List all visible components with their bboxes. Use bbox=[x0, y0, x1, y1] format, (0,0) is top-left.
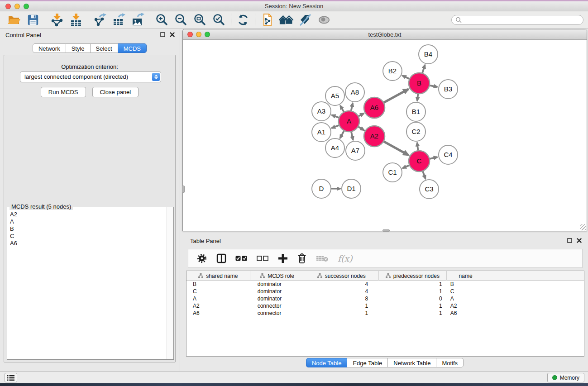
result-scrollbar[interactable] bbox=[167, 207, 173, 359]
float-panel-icon[interactable] bbox=[160, 32, 165, 37]
graph-node-C2[interactable]: C2 bbox=[406, 122, 425, 141]
table-cell[interactable]: C bbox=[447, 288, 485, 295]
network-zoom-button[interactable] bbox=[205, 32, 210, 37]
export-network-icon[interactable] bbox=[91, 12, 110, 28]
close-panel-icon[interactable] bbox=[170, 32, 175, 37]
run-mcds-button[interactable]: Run MCDS bbox=[41, 87, 86, 97]
export-image-icon[interactable] bbox=[129, 12, 148, 28]
table-cell[interactable]: 1 bbox=[304, 302, 379, 310]
table-cell[interactable]: 1 bbox=[379, 281, 447, 288]
table-cell[interactable]: 1 bbox=[379, 288, 447, 295]
panel-divider[interactable] bbox=[180, 29, 180, 372]
show-graphics-details-icon[interactable] bbox=[315, 12, 334, 28]
graph-node-B3[interactable]: B3 bbox=[439, 80, 458, 99]
table-cell[interactable]: B bbox=[186, 281, 250, 288]
table-cell[interactable] bbox=[485, 295, 584, 302]
task-history-button[interactable] bbox=[5, 373, 17, 382]
search-input[interactable] bbox=[451, 15, 583, 25]
graph-node-A7[interactable]: A7 bbox=[346, 141, 365, 160]
resize-grip[interactable] bbox=[580, 224, 586, 230]
table-cell[interactable]: 4 bbox=[304, 281, 379, 288]
graph-edge-A-A5[interactable] bbox=[340, 105, 344, 112]
graph-node-D[interactable]: D bbox=[312, 179, 331, 198]
graph-node-B1[interactable]: B1 bbox=[406, 102, 425, 121]
graph-node-B[interactable]: B bbox=[409, 73, 430, 94]
graph-edge-A-A6[interactable] bbox=[358, 113, 363, 116]
vertical-scroll-nub[interactable] bbox=[182, 186, 185, 193]
table-cell[interactable]: A2 bbox=[186, 302, 250, 310]
graph-node-A3[interactable]: A3 bbox=[312, 102, 331, 121]
table-cell[interactable]: 1 bbox=[379, 310, 447, 317]
column-header-name[interactable]: name bbox=[447, 271, 485, 281]
table-cell[interactable]: 4 bbox=[304, 288, 379, 295]
export-table-icon[interactable] bbox=[110, 12, 129, 28]
hide-labels-icon[interactable] bbox=[296, 12, 315, 28]
tab-motifs[interactable]: Motifs bbox=[436, 358, 464, 367]
table-row[interactable]: Bdominator41B bbox=[186, 281, 584, 288]
minimize-window-button[interactable] bbox=[14, 4, 20, 9]
table-cell[interactable]: B bbox=[447, 281, 485, 288]
graph-node-D1[interactable]: D1 bbox=[342, 179, 361, 198]
network-titlebar[interactable]: testGlobe.txt bbox=[183, 29, 587, 40]
result-list-item[interactable]: A bbox=[10, 218, 167, 225]
table-cell[interactable] bbox=[485, 302, 584, 310]
graph-edge-A-A1[interactable] bbox=[332, 125, 339, 128]
table-cell[interactable] bbox=[485, 288, 584, 295]
graph-edge-B-B4[interactable] bbox=[422, 65, 425, 73]
table-cell[interactable]: 8 bbox=[304, 295, 379, 302]
column-settings-icon[interactable] bbox=[196, 253, 207, 264]
import-table-icon[interactable] bbox=[67, 12, 86, 28]
result-list-item[interactable]: A6 bbox=[10, 240, 167, 247]
graph-edge-C-C3[interactable] bbox=[423, 171, 425, 179]
zoom-window-button[interactable] bbox=[24, 4, 29, 9]
tab-mcds[interactable]: MCDS bbox=[118, 43, 147, 53]
delete-columns-icon[interactable] bbox=[297, 253, 307, 264]
graph-node-C3[interactable]: C3 bbox=[420, 180, 439, 199]
table-cell[interactable] bbox=[485, 281, 584, 288]
table-cell[interactable]: dominator bbox=[250, 281, 305, 288]
graph-node-A5[interactable]: A5 bbox=[325, 86, 344, 105]
delete-table-icon[interactable] bbox=[316, 254, 329, 262]
add-column-icon[interactable] bbox=[278, 253, 288, 263]
graph-edge-A-A7[interactable] bbox=[351, 131, 353, 140]
table-cell[interactable]: dominator bbox=[250, 288, 305, 295]
column-header-successor-nodes[interactable]: successor nodes bbox=[304, 271, 379, 281]
table-row[interactable]: A6connector11A6 bbox=[186, 310, 584, 317]
graph-edge-A-A4[interactable] bbox=[340, 130, 344, 138]
new-network-from-selection-icon[interactable] bbox=[258, 12, 277, 28]
network-view-window[interactable]: testGlobe.txt B4B2BB3A8A5A6A3B1AA1C2A2A4… bbox=[182, 29, 587, 231]
graph-edge-A-A2[interactable] bbox=[358, 127, 364, 130]
tab-node-table[interactable]: Node Table bbox=[306, 358, 348, 367]
result-list-item[interactable]: C bbox=[10, 233, 167, 240]
toggle-panel-icon[interactable] bbox=[216, 253, 226, 263]
result-list-item[interactable]: A2 bbox=[10, 211, 167, 218]
graph-node-A1[interactable]: A1 bbox=[312, 123, 331, 142]
column-header-MCDS-role[interactable]: MCDS role bbox=[250, 271, 305, 281]
graph-edge-A-A3[interactable] bbox=[332, 115, 339, 118]
tab-select[interactable]: Select bbox=[91, 43, 118, 53]
graph-edge-A2-C[interactable] bbox=[383, 141, 408, 155]
table-cell[interactable]: A bbox=[186, 295, 250, 302]
table-row[interactable]: Adominator80A bbox=[186, 295, 584, 302]
tab-network-table[interactable]: Network Table bbox=[388, 358, 436, 367]
table-cell[interactable]: connector bbox=[250, 310, 305, 317]
zoom-selected-icon[interactable] bbox=[210, 12, 229, 28]
select-all-columns-icon[interactable] bbox=[235, 255, 248, 262]
float-panel-icon[interactable] bbox=[567, 238, 572, 243]
graph-node-A4[interactable]: A4 bbox=[325, 138, 344, 157]
graph-node-B4[interactable]: B4 bbox=[419, 45, 438, 64]
graph-edge-B-B3[interactable] bbox=[430, 86, 438, 87]
graph-edge-A6-B[interactable] bbox=[383, 89, 408, 103]
column-header-empty[interactable] bbox=[485, 271, 584, 281]
network-minimize-button[interactable] bbox=[196, 32, 201, 37]
table-cell[interactable]: 1 bbox=[379, 302, 447, 310]
import-network-icon[interactable] bbox=[48, 12, 67, 28]
graph-node-C1[interactable]: C1 bbox=[383, 163, 402, 182]
save-session-icon[interactable] bbox=[24, 12, 43, 28]
close-panel-icon[interactable] bbox=[577, 238, 582, 243]
zoom-fit-icon[interactable] bbox=[191, 12, 210, 28]
refresh-icon[interactable] bbox=[234, 12, 253, 28]
tab-edge-table[interactable]: Edge Table bbox=[347, 358, 388, 367]
graph-node-B2[interactable]: B2 bbox=[383, 62, 402, 81]
graph-node-C[interactable]: C bbox=[409, 151, 430, 172]
